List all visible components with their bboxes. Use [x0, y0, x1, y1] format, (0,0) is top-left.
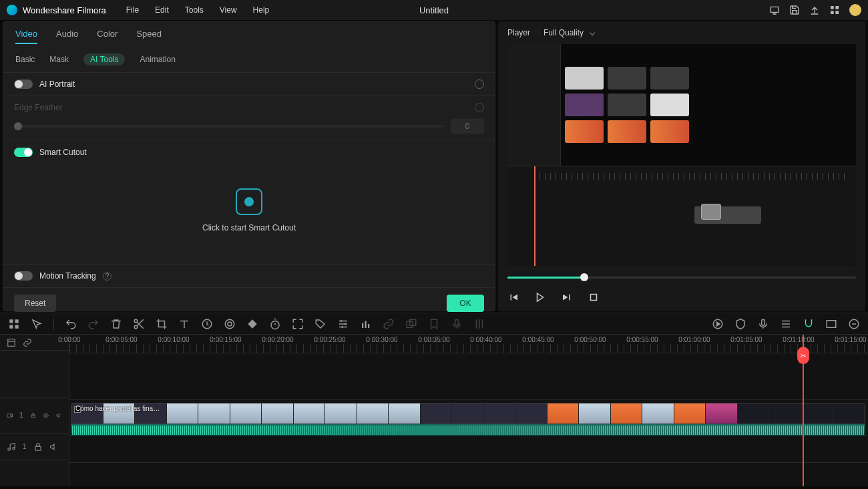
- playhead[interactable]: [803, 335, 804, 486]
- ruler-tick: 0:00:35:00: [418, 336, 449, 343]
- subtab-basic[interactable]: Basic: [15, 53, 35, 65]
- shield-icon[interactable]: [734, 318, 746, 330]
- player-quality-select[interactable]: Full Quality: [544, 28, 594, 37]
- audio-mute-icon[interactable]: [49, 442, 59, 452]
- prev-frame-button[interactable]: [507, 291, 519, 303]
- timeline-panel: 1 1 0:00:000:00:05:000:00:10:000:00:15:0…: [0, 313, 868, 486]
- user-avatar[interactable]: [849, 4, 861, 16]
- crop-icon[interactable]: [156, 318, 168, 330]
- section-motion-tracking: Motion Tracking ?: [3, 265, 495, 288]
- stop-button[interactable]: [588, 291, 600, 303]
- timeline-ruler[interactable]: 0:00:000:00:05:000:00:10:000:00:15:000:0…: [69, 335, 868, 353]
- list-icon[interactable]: [780, 318, 792, 330]
- menu-file[interactable]: File: [120, 3, 146, 17]
- track-area[interactable]: 0:00:000:00:05:000:00:10:000:00:15:000:0…: [69, 335, 868, 486]
- motion-tracking-toggle[interactable]: [14, 271, 33, 281]
- menu-help[interactable]: Help: [246, 3, 276, 17]
- speed-icon[interactable]: [201, 318, 213, 330]
- motion-tracking-help-icon[interactable]: ?: [103, 272, 112, 281]
- reset-button[interactable]: Reset: [14, 295, 56, 312]
- smart-cutout-start-icon[interactable]: [236, 188, 262, 215]
- play-button[interactable]: [534, 291, 546, 303]
- save-icon[interactable]: [789, 5, 800, 15]
- video-track[interactable]: Cómo hacer pantallas fina…: [69, 400, 868, 436]
- link-icon: [383, 318, 395, 330]
- svg-rect-8: [9, 325, 13, 328]
- sliders-icon[interactable]: [337, 318, 349, 330]
- ruler-tick: 0:00:00: [58, 336, 80, 343]
- ai-portrait-reset-icon[interactable]: [475, 79, 484, 89]
- ruler-tick: 0:01:00:00: [678, 336, 710, 343]
- mixer-icon: [473, 318, 485, 330]
- upload-icon[interactable]: [809, 5, 820, 15]
- snapping-icon[interactable]: [803, 318, 815, 330]
- svg-rect-3: [831, 11, 834, 14]
- smart-cutout-label: Smart Cutout: [39, 148, 87, 157]
- video-clip[interactable]: Cómo hacer pantallas fina…: [71, 403, 865, 424]
- text-icon[interactable]: [178, 318, 190, 330]
- section-smart-cutout: Smart Cutout Click to start Smart Cutout: [3, 141, 495, 265]
- delete-icon[interactable]: [110, 318, 122, 330]
- menu-edit[interactable]: Edit: [148, 3, 176, 17]
- toolbar-pointer-icon[interactable]: [31, 318, 43, 330]
- mic-icon: [451, 318, 463, 330]
- ruler-tick: 0:01:15:00: [835, 336, 866, 343]
- tag-icon[interactable]: [314, 318, 327, 330]
- motion-tracking-label: Motion Tracking: [39, 271, 96, 281]
- split-icon[interactable]: [133, 318, 145, 330]
- redo-icon: [87, 318, 99, 330]
- svg-rect-27: [7, 414, 11, 417]
- zoom-out-icon[interactable]: [848, 318, 860, 330]
- svg-rect-28: [31, 415, 35, 418]
- ruler-tick: 0:00:15:00: [210, 336, 241, 343]
- ok-button[interactable]: OK: [447, 295, 484, 312]
- audio-meter-icon[interactable]: [360, 318, 372, 330]
- ai-portrait-toggle[interactable]: [14, 79, 33, 89]
- video-preview[interactable]: [507, 44, 856, 266]
- property-sub-tabs: Basic Mask AI Tools Animation: [3, 47, 495, 73]
- undo-icon[interactable]: [65, 318, 77, 330]
- screen-icon[interactable]: [769, 5, 780, 15]
- video-track-icon: [7, 411, 13, 420]
- scissors-icon: [797, 347, 809, 364]
- smart-cutout-toggle[interactable]: [14, 148, 33, 157]
- svg-rect-32: [35, 446, 40, 450]
- edge-feather-slider[interactable]: [14, 125, 444, 128]
- player-scrub[interactable]: [507, 270, 856, 286]
- color-icon[interactable]: [224, 318, 236, 330]
- subtab-mask[interactable]: Mask: [49, 53, 69, 65]
- tab-audio[interactable]: Audio: [56, 29, 78, 44]
- edge-feather-reset-icon[interactable]: [475, 103, 484, 112]
- tab-speed[interactable]: Speed: [136, 29, 162, 44]
- svg-rect-21: [455, 319, 459, 325]
- subtab-ai-tools[interactable]: AI Tools: [83, 53, 125, 65]
- menu-tools[interactable]: Tools: [178, 3, 210, 17]
- collapse-icon[interactable]: [7, 338, 16, 347]
- edge-feather-value[interactable]: 0: [451, 119, 484, 134]
- apps-icon[interactable]: [829, 5, 840, 15]
- gutter-audio-track: 1: [0, 434, 69, 460]
- keyframe-icon[interactable]: [246, 318, 258, 330]
- mute-icon[interactable]: [56, 411, 62, 420]
- audio-track[interactable]: [69, 436, 868, 463]
- fit-icon[interactable]: [825, 318, 837, 330]
- lock-icon[interactable]: [30, 411, 36, 420]
- smart-cutout-cta[interactable]: Click to start Smart Cutout: [202, 223, 296, 232]
- eye-icon[interactable]: [43, 411, 49, 420]
- link-toggle-icon[interactable]: [23, 338, 32, 347]
- tab-color[interactable]: Color: [97, 29, 118, 44]
- voiceover-icon[interactable]: [757, 318, 769, 330]
- audio-track-num: 1: [23, 443, 27, 450]
- tab-video[interactable]: Video: [15, 29, 37, 44]
- expand-icon[interactable]: [292, 318, 304, 330]
- timeline-toolbar: [0, 313, 868, 335]
- audio-lock-icon[interactable]: [33, 442, 43, 452]
- stopwatch-icon[interactable]: [269, 318, 281, 330]
- toolbar-grid-icon[interactable]: [8, 318, 20, 330]
- ruler-tick: 0:00:30:00: [366, 336, 397, 343]
- subtab-animation[interactable]: Animation: [140, 53, 175, 65]
- render-icon[interactable]: [712, 318, 724, 330]
- menu-view[interactable]: View: [213, 3, 244, 17]
- title-bar-actions: [769, 4, 861, 16]
- next-frame-button[interactable]: [561, 291, 573, 303]
